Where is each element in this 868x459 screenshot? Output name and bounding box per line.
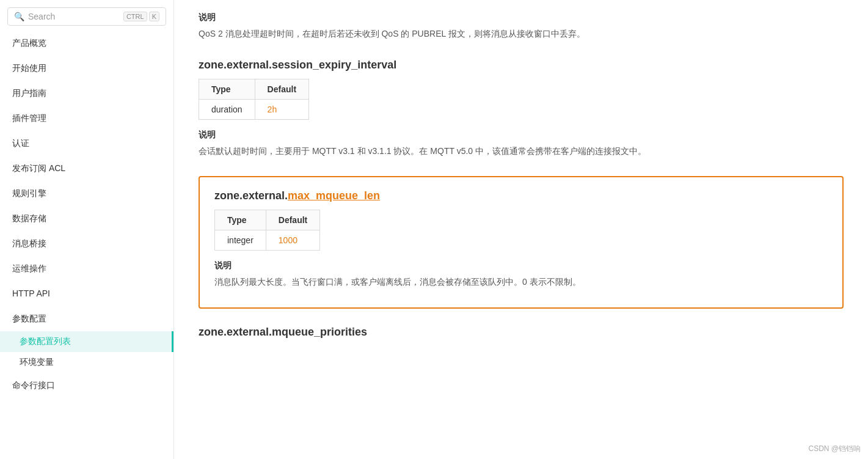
section-mqueue-desc: 消息队列最大长度。当飞行窗口满，或客户端离线后，消息会被存储至该队列中。0 表示… bbox=[214, 275, 828, 290]
mqueue-cell-type: integer bbox=[215, 230, 266, 250]
table-cell-type: duration bbox=[199, 99, 255, 119]
section-qos2: 说明 QoS 2 消息处理超时时间，在超时后若还未收到 QoS 的 PUBREL… bbox=[199, 12, 844, 42]
mqueue-title-highlight: max_mqueue_len bbox=[288, 189, 380, 202]
sidebar-item-cli[interactable]: 命令行接口 bbox=[0, 373, 173, 398]
sidebar-item-product-overview[interactable]: 产品概览 bbox=[0, 31, 173, 56]
section-qos2-desc: QoS 2 消息处理超时时间，在超时后若还未收到 QoS 的 PUBREL 报文… bbox=[199, 27, 844, 42]
title-prefix: zone.external. bbox=[199, 59, 272, 71]
table-col-default: Default bbox=[255, 79, 308, 99]
table-row: duration 2h bbox=[199, 99, 309, 119]
main-content: 说明 QoS 2 消息处理超时时间，在超时后若还未收到 QoS 的 PUBREL… bbox=[174, 0, 868, 459]
section-max-mqueue-title: zone.external.max_mqueue_len bbox=[214, 189, 828, 202]
section-mqueue-priorities-title: zone.external.mqueue_priorities bbox=[199, 326, 844, 339]
mqueue-table-col-type: Type bbox=[215, 210, 266, 230]
title-suffix: session_expiry_interval bbox=[272, 59, 396, 71]
kbd-k: K bbox=[149, 12, 159, 21]
sidebar: 🔍 Search CTRL K 产品概览 开始使用 用户指南 插件管理 认证 发… bbox=[0, 0, 174, 459]
mqueue-cell-default: 1000 bbox=[266, 230, 319, 250]
sidebar-item-acl[interactable]: 发布订阅 ACL bbox=[0, 156, 173, 181]
sidebar-item-plugin-management[interactable]: 插件管理 bbox=[0, 106, 173, 131]
section-qos2-label: 说明 bbox=[199, 12, 844, 23]
mqueue-title-prefix: zone.external. bbox=[214, 189, 288, 202]
search-icon: 🔍 bbox=[14, 12, 24, 21]
table-cell-default: 2h bbox=[255, 99, 308, 119]
sidebar-item-message-bridge[interactable]: 消息桥接 bbox=[0, 231, 173, 256]
section-max-mqueue: zone.external.max_mqueue_len Type Defaul… bbox=[199, 176, 844, 309]
section-mqueue-priorities: zone.external.mqueue_priorities bbox=[199, 326, 844, 339]
section-session-expiry: zone.external.session_expiry_interval Ty… bbox=[199, 59, 844, 159]
sidebar-item-user-guide[interactable]: 用户指南 bbox=[0, 81, 173, 106]
priorities-title-suffix: mqueue_priorities bbox=[272, 326, 367, 338]
session-expiry-table: Type Default duration 2h bbox=[199, 79, 309, 120]
keyboard-shortcut: CTRL K bbox=[123, 12, 159, 21]
sidebar-item-getting-started[interactable]: 开始使用 bbox=[0, 56, 173, 81]
table-row: integer 1000 bbox=[215, 230, 320, 250]
search-bar[interactable]: 🔍 Search CTRL K bbox=[7, 7, 166, 26]
mqueue-table-col-default: Default bbox=[266, 210, 319, 230]
section-session-expiry-title: zone.external.session_expiry_interval bbox=[199, 59, 844, 72]
kbd-ctrl: CTRL bbox=[123, 12, 147, 21]
section-session-expiry-desc: 会话默认超时时间，主要用于 MQTT v3.1 和 v3.1.1 协议。在 MQ… bbox=[199, 144, 844, 159]
sidebar-subitem-env-vars[interactable]: 环境变量 bbox=[0, 352, 173, 373]
sidebar-item-data-storage[interactable]: 数据存储 bbox=[0, 206, 173, 231]
sidebar-item-operations[interactable]: 运维操作 bbox=[0, 256, 173, 281]
max-mqueue-table: Type Default integer 1000 bbox=[214, 210, 320, 251]
sidebar-item-config[interactable]: 参数配置 bbox=[0, 306, 173, 331]
sidebar-item-auth[interactable]: 认证 bbox=[0, 131, 173, 156]
watermark: CSDN @铛铛响 bbox=[808, 444, 861, 454]
table-col-type: Type bbox=[199, 79, 255, 99]
sidebar-subitem-config-list[interactable]: 参数配置列表 bbox=[0, 331, 173, 352]
section-mqueue-label: 说明 bbox=[214, 260, 828, 271]
search-placeholder: Search bbox=[28, 12, 120, 21]
sidebar-item-http-api[interactable]: HTTP API bbox=[0, 281, 173, 306]
priorities-title-prefix: zone.external. bbox=[199, 326, 272, 338]
sidebar-item-rule-engine[interactable]: 规则引擎 bbox=[0, 181, 173, 206]
section-session-expiry-label: 说明 bbox=[199, 130, 844, 141]
